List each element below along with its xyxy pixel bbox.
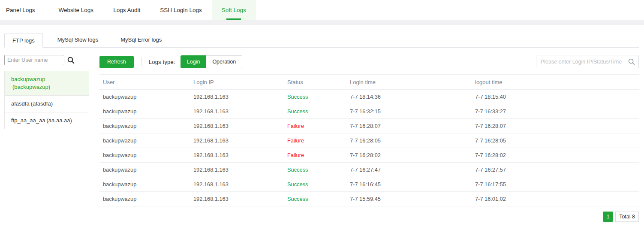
cell-logout-time: 7-7 16:28:02 xyxy=(472,148,639,163)
ftp-user-list: backupwazup(backupwazup) afasdfa(afasdfa… xyxy=(4,71,89,129)
cell-login-ip: 192.168.1.163 xyxy=(190,192,284,206)
cell-login-time: 7-7 16:28:05 xyxy=(346,133,472,148)
log-search-input[interactable] xyxy=(536,55,628,68)
tab-mysql-error-logs[interactable]: MySql Error logs xyxy=(113,33,169,47)
cell-status: Failure xyxy=(284,148,346,163)
content-area: FTP logs MySql Slow logs MySql Error log… xyxy=(0,33,644,222)
tab-soft-logs[interactable]: Soft Logs xyxy=(212,0,256,20)
cell-login-ip: 192.168.1.163 xyxy=(190,148,284,163)
logs-main-panel: Refresh Logs type: Login Operation xyxy=(99,55,639,222)
cell-login-time: 7-7 15:59:45 xyxy=(346,192,472,206)
cell-status: Failure xyxy=(284,133,346,148)
top-tab-bar: Panel Logs Website Logs Logs Audit SSH L… xyxy=(0,0,644,20)
column-header-login-time: Login time xyxy=(346,75,472,90)
user-name: ftp_aa_aa_aa xyxy=(11,117,45,124)
logs-type-label: Logs type: xyxy=(149,59,175,65)
total-count-label: Total 8 xyxy=(615,212,639,222)
table-row: backupwazup 192.168.1.163 Success 7-7 16… xyxy=(99,177,639,192)
cell-status: Success xyxy=(284,163,346,177)
column-header-logout-time: logout time xyxy=(472,75,639,90)
ftp-login-logs-table: User Login IP Status Login time logout t… xyxy=(99,74,639,206)
tab-panel-logs[interactable]: Panel Logs xyxy=(0,0,49,20)
cell-login-ip: 192.168.1.163 xyxy=(190,163,284,177)
logs-type-toggle: Login Operation xyxy=(181,55,243,68)
cell-logout-time: 7-7 18:15:40 xyxy=(472,90,639,104)
page-1-button[interactable]: 1 xyxy=(603,212,613,222)
cell-login-ip: 192.168.1.163 xyxy=(190,133,284,148)
cell-user: backupwazup xyxy=(99,119,190,133)
cell-user: backupwazup xyxy=(99,104,190,119)
table-row: backupwazup 192.168.1.163 Success 7-7 16… xyxy=(99,104,639,119)
cell-login-time: 7-7 16:28:07 xyxy=(346,119,472,133)
table-header-row: User Login IP Status Login time logout t… xyxy=(99,75,639,90)
section-divider-band xyxy=(0,20,644,25)
table-row: backupwazup 192.168.1.163 Success 7-7 18… xyxy=(99,90,639,104)
operation-type-button[interactable]: Operation xyxy=(206,55,242,68)
cell-status: Success xyxy=(284,192,346,206)
cell-user: backupwazup xyxy=(99,177,190,192)
list-item-user[interactable]: ftp_aa_aa_aa(aa.aa.aa) xyxy=(5,112,89,129)
cell-status: Success xyxy=(284,104,346,119)
user-account: (aa.aa.aa) xyxy=(47,117,72,124)
user-account: (backupwazup) xyxy=(12,83,50,91)
cell-user: backupwazup xyxy=(99,192,190,206)
sub-tab-bar: FTP logs MySql Slow logs MySql Error log… xyxy=(4,33,639,48)
table-row: backupwazup 192.168.1.163 Failure 7-7 16… xyxy=(99,133,639,148)
search-icon[interactable] xyxy=(67,57,75,64)
table-row: backupwazup 192.168.1.163 Success 7-7 16… xyxy=(99,163,639,177)
column-header-status: Status xyxy=(284,75,346,90)
search-icon[interactable] xyxy=(628,58,635,65)
user-account: (afasdfa) xyxy=(31,100,53,108)
cell-logout-time: 7-7 16:28:05 xyxy=(472,133,639,148)
cell-logout-time: 7-7 16:33:27 xyxy=(472,104,639,119)
cell-logout-time: 7-7 16:27:57 xyxy=(472,163,639,177)
cell-user: backupwazup xyxy=(99,133,190,148)
cell-login-ip: 192.168.1.163 xyxy=(190,119,284,133)
cell-login-ip: 192.168.1.163 xyxy=(190,104,284,119)
cell-user: backupwazup xyxy=(99,163,190,177)
column-header-user: User xyxy=(99,75,190,90)
cell-login-time: 7-7 16:27:47 xyxy=(346,163,472,177)
cell-login-time: 7-7 18:14:36 xyxy=(346,90,472,104)
tab-website-logs[interactable]: Website Logs xyxy=(49,0,104,20)
user-name: backupwazup xyxy=(11,76,45,82)
refresh-button[interactable]: Refresh xyxy=(99,56,134,68)
cell-logout-time: 7-7 16:28:07 xyxy=(472,119,639,133)
tab-logs-audit[interactable]: Logs Audit xyxy=(103,0,150,20)
cell-status: Success xyxy=(284,177,346,192)
pagination: 1 Total 8 xyxy=(99,212,639,222)
cell-user: backupwazup xyxy=(99,90,190,104)
tab-mysql-slow-logs[interactable]: MySql Slow logs xyxy=(50,33,106,47)
cell-logout-time: 7-7 16:17:55 xyxy=(472,177,639,192)
cell-login-time: 7-7 16:32:15 xyxy=(346,104,472,119)
log-search-box xyxy=(536,55,639,68)
logs-toolbar: Refresh Logs type: Login Operation xyxy=(99,55,639,69)
table-row: backupwazup 192.168.1.163 Failure 7-7 16… xyxy=(99,119,639,133)
cell-login-ip: 192.168.1.163 xyxy=(190,90,284,104)
cell-logout-time: 7-7 16:01:02 xyxy=(472,192,639,206)
cell-login-ip: 192.168.1.163 xyxy=(190,177,284,192)
toolbar-divider xyxy=(141,57,141,67)
cell-login-time: 7-7 16:28:02 xyxy=(346,148,472,163)
user-name: afasdfa xyxy=(11,100,30,107)
tab-ftp-logs[interactable]: FTP logs xyxy=(4,33,43,48)
login-type-button[interactable]: Login xyxy=(181,55,207,68)
list-item-user[interactable]: backupwazup(backupwazup) xyxy=(5,71,89,96)
cell-status: Success xyxy=(284,90,346,104)
table-row: backupwazup 192.168.1.163 Failure 7-7 16… xyxy=(99,148,639,163)
cell-status: Failure xyxy=(284,119,346,133)
cell-login-time: 7-7 16:16:45 xyxy=(346,177,472,192)
list-item-user[interactable]: afasdfa(afasdfa) xyxy=(5,96,89,112)
column-header-login-ip: Login IP xyxy=(190,75,284,90)
tab-ssh-login-logs[interactable]: SSH Login Logs xyxy=(150,0,212,20)
table-row: backupwazup 192.168.1.163 Success 7-7 15… xyxy=(99,192,639,206)
cell-user: backupwazup xyxy=(99,148,190,163)
user-search-input[interactable] xyxy=(4,55,64,65)
ftp-user-sidebar: backupwazup(backupwazup) afasdfa(afasdfa… xyxy=(4,55,89,129)
